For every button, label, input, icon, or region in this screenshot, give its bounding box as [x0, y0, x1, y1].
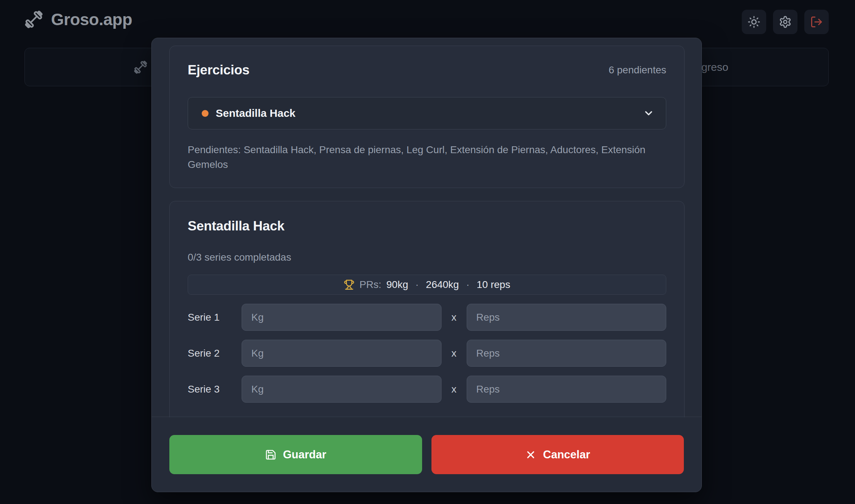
orange-dot-icon [202, 110, 209, 117]
prs-separator: · [413, 279, 421, 290]
tab-entrenamiento-dumbbell-icon [133, 59, 148, 75]
exercise-select[interactable]: Sentadilla Hack [188, 97, 666, 129]
x-icon [525, 449, 536, 461]
exercise-log-modal: Ejercicios 6 pendientes Sentadilla Hack … [151, 38, 702, 492]
save-button[interactable]: Guardar [169, 435, 422, 474]
prs-reps: 10 reps [477, 279, 510, 290]
cancel-button[interactable]: Cancelar [431, 435, 684, 474]
sun-icon [747, 15, 760, 28]
prs-volume: 2640kg [426, 279, 459, 290]
kg-input-3[interactable] [242, 376, 442, 403]
pending-count-badge: 6 pendientes [609, 64, 666, 76]
gear-icon [779, 15, 792, 28]
dumbbell-logo-icon [23, 9, 45, 30]
chevron-down-icon [643, 107, 654, 119]
current-exercise-title: Sentadilla Hack [188, 219, 284, 234]
set-row-3: Serie 3 x [188, 376, 666, 403]
current-exercise-card: Sentadilla Hack 0/3 series completadas P… [169, 201, 685, 417]
cancel-button-label: Cancelar [543, 448, 590, 461]
prs-separator: · [464, 279, 471, 290]
set-label: Serie 1 [188, 312, 242, 323]
exercises-title: Ejercicios [188, 63, 250, 78]
times-separator: x [442, 384, 467, 395]
trophy-icon [344, 279, 355, 290]
settings-button[interactable] [773, 10, 797, 34]
prs-label: PRs: [360, 279, 381, 290]
kg-input-1[interactable] [242, 304, 442, 331]
app-root: Groso.app Progreso Ejercicios 6 pendient… [0, 0, 855, 504]
set-label: Serie 2 [188, 348, 242, 359]
save-button-label: Guardar [283, 448, 326, 461]
pending-exercises-list: Pendientes: Sentadilla Hack, Prensa de p… [188, 142, 664, 172]
set-label: Serie 3 [188, 384, 242, 395]
set-row-1: Serie 1 x [188, 304, 666, 331]
series-progress-text: 0/3 series completadas [188, 252, 291, 263]
modal-footer: Guardar Cancelar [152, 417, 701, 492]
app-brand: Groso.app [23, 9, 132, 30]
prs-bar: PRs: 90kg · 2640kg · 10 reps [188, 275, 666, 295]
set-row-2: Serie 2 x [188, 340, 666, 367]
theme-toggle-button[interactable] [742, 10, 766, 34]
selected-exercise-label: Sentadilla Hack [216, 107, 296, 119]
modal-content: Ejercicios 6 pendientes Sentadilla Hack … [152, 38, 701, 417]
times-separator: x [442, 312, 467, 323]
reps-input-2[interactable] [467, 340, 667, 367]
reps-input-3[interactable] [467, 376, 667, 403]
times-separator: x [442, 348, 467, 359]
floppy-disk-icon [265, 449, 276, 461]
header-actions [742, 10, 829, 34]
kg-input-2[interactable] [242, 340, 442, 367]
log-out-icon [810, 15, 823, 28]
reps-input-1[interactable] [467, 304, 667, 331]
app-title: Groso.app [51, 10, 132, 29]
exercises-card: Ejercicios 6 pendientes Sentadilla Hack … [169, 46, 685, 188]
logout-button[interactable] [804, 10, 829, 34]
prs-max-weight: 90kg [387, 279, 408, 290]
exercises-card-header: Ejercicios 6 pendientes [188, 63, 666, 78]
